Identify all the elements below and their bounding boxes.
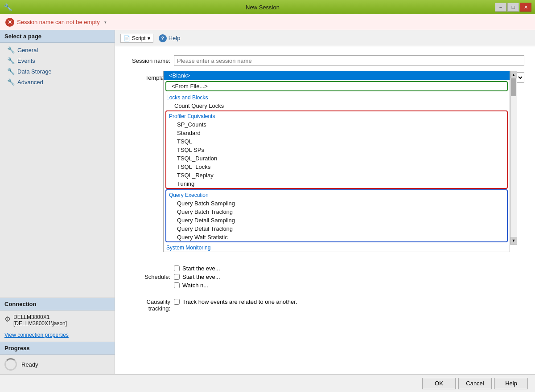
connection-user: [DELLM3800X1\jason] [13,320,67,327]
dropdown-category-locks: Locks and Blocks [164,93,510,102]
progress-content: Ready [0,355,115,374]
help-button-bottom[interactable]: Help [494,378,528,389]
scroll-track [510,78,517,237]
toolbar: 📄 Script ▾ ? Help [115,30,535,46]
progress-spinner [4,358,17,371]
schedule-checkbox-row-1: Start the eve... [174,265,220,272]
titlebar: 🔧 New Session − □ ✕ [0,0,535,14]
dropdown-scrollbar: ▲ ▼ [510,71,517,245]
causality-content: Track how events are related to one anot… [174,297,297,305]
dropdown-item-from-file[interactable]: <From File...> [166,82,507,90]
connection-info: ⚙ DELLM3800X1 [DELLM3800X1\jason] [0,310,115,330]
form-content: Session name: Template: <Blank> ▲ [115,46,535,374]
help-button[interactable]: ? Help [159,34,181,42]
progress-header: Progress [0,342,115,355]
main-layout: Select a page 🔧 General 🔧 Events 🔧 Data … [0,30,535,374]
causality-checkbox-label: Track how events are related to one anot… [182,298,297,305]
help-label: Help [169,35,181,41]
scroll-down-button[interactable]: ▼ [510,237,517,244]
sidebar-header: Select a page [0,30,115,43]
connection-server: DELLM3800X1 [13,314,67,320]
error-icon: ✕ [5,18,14,27]
session-name-label: Session name: [126,57,170,64]
dropdown-category-profiler: Profiler Equivalents [166,111,507,120]
connection-section: Connection ⚙ DELLM3800X1 [DELLM3800X1\ja… [0,298,115,342]
dropdown-list: <Blank> <From File...> Locks and Blocks … [163,71,510,252]
sidebar-item-label-general: General [17,47,38,53]
wrench-icon-events: 🔧 [7,57,15,64]
ok-button[interactable]: OK [422,378,456,389]
close-button[interactable]: ✕ [520,3,531,12]
titlebar-controls: − □ ✕ [495,3,531,12]
dropdown-item-tsql-locks[interactable]: TSQL_Locks [166,163,507,171]
sidebar-item-events[interactable]: 🔧 Events [0,55,115,66]
minimize-button[interactable]: − [495,3,506,12]
schedule-checkbox-label-2: Start the eve... [182,274,220,280]
dropdown-item-query-detail-tracking[interactable]: Query Detail Tracking [166,225,507,233]
error-bar: ✕ Session name can not be empty ▾ [0,14,535,30]
dropdown-item-count-query-locks[interactable]: Count Query Locks [164,102,510,110]
red-border-group: Profiler Equivalents SP_Counts Standard … [165,110,508,189]
sidebar-item-label-data-storage: Data Storage [17,68,52,75]
connection-details: DELLM3800X1 [DELLM3800X1\jason] [13,314,67,327]
template-dropdown: ▲ ▼ <Blank> <From File...> [163,71,517,252]
script-label: Script [132,35,146,41]
schedule-checkbox-row-3: Watch n... [174,282,220,289]
view-connection-link[interactable]: View connection properties [0,330,115,342]
dropdown-item-tsql-duration[interactable]: TSQL_Duration [166,154,507,163]
causality-checkbox[interactable] [174,299,180,305]
schedule-checkbox-label-3: Watch n... [182,282,208,289]
sidebar-item-label-advanced: Advanced [17,79,43,86]
sidebar-items: 🔧 General 🔧 Events 🔧 Data Storage 🔧 Adva… [0,43,115,298]
dropdown-item-query-wait-statistic[interactable]: Query Wait Statistic [166,233,507,241]
schedule-section: Schedule: Start the eve... Start the eve… [126,263,524,290]
dropdown-item-standard[interactable]: Standard [166,129,507,137]
schedule-checkbox-1[interactable] [174,265,180,271]
window-title: New Session [30,4,495,11]
schedule-checkbox-3[interactable] [174,282,180,288]
dropdown-item-blank[interactable]: <Blank> [164,71,510,80]
from-file-group: <From File...> [164,80,510,92]
script-dropdown-arrow[interactable]: ▾ [148,35,150,41]
dropdown-item-tsql[interactable]: TSQL [166,137,507,146]
scroll-up-button[interactable]: ▲ [510,71,517,78]
schedule-checkbox-2[interactable] [174,274,180,280]
script-button[interactable]: 📄 Script ▾ [120,34,153,43]
cancel-button[interactable]: Cancel [458,378,492,389]
error-message: Session name can not be empty [17,19,100,25]
schedule-row: Schedule: Start the eve... Start the eve… [126,263,524,290]
scroll-thumb[interactable] [511,78,516,96]
dropdown-item-tuning[interactable]: Tuning [166,180,507,188]
schedule-checkboxes: Start the eve... Start the eve... Watch … [174,263,220,290]
dropdown-item-sp-counts[interactable]: SP_Counts [166,120,507,129]
connection-icon: ⚙ [4,315,11,323]
blue-border-group: Query Execution Query Batch Sampling Que… [165,189,508,242]
causality-checkbox-row: Track how events are related to one anot… [174,298,297,305]
dropdown-category-system-monitoring: System Monitoring [164,243,510,252]
sidebar-item-general[interactable]: 🔧 General [0,45,115,55]
maximize-button[interactable]: □ [507,3,519,12]
progress-status: Ready [21,361,38,368]
causality-label: Causality tracking: [126,297,170,312]
script-icon: 📄 [123,35,130,41]
content-area: 📄 Script ▾ ? Help Session name: Template… [115,30,535,374]
session-name-row: Session name: [126,55,524,66]
dropdown-item-query-detail-sampling[interactable]: Query Detail Sampling [166,216,507,225]
sidebar-item-label-events: Events [17,57,35,64]
wrench-icon-general: 🔧 [7,46,15,53]
wrench-icon-advanced: 🔧 [7,78,15,86]
wrench-icon-data-storage: 🔧 [7,68,15,75]
dropdown-item-tsql-replay[interactable]: TSQL_Replay [166,171,507,180]
causality-section: Causality tracking: Track how events are… [126,297,524,312]
green-border: <From File...> [165,81,508,91]
bottom-bar: OK Cancel Help [0,374,535,392]
dropdown-item-query-batch-tracking[interactable]: Query Batch Tracking [166,208,507,216]
sidebar-item-data-storage[interactable]: 🔧 Data Storage [0,66,115,77]
sidebar-item-advanced[interactable]: 🔧 Advanced [0,77,115,87]
schedule-checkbox-label-1: Start the eve... [182,265,220,272]
dropdown-item-tsql-sps[interactable]: TSQL SPs [166,146,507,154]
dropdown-category-query-execution: Query Execution [166,190,507,199]
error-dropdown-arrow[interactable]: ▾ [103,19,109,25]
session-name-input[interactable] [174,55,524,66]
dropdown-item-query-batch-sampling[interactable]: Query Batch Sampling [166,199,507,208]
